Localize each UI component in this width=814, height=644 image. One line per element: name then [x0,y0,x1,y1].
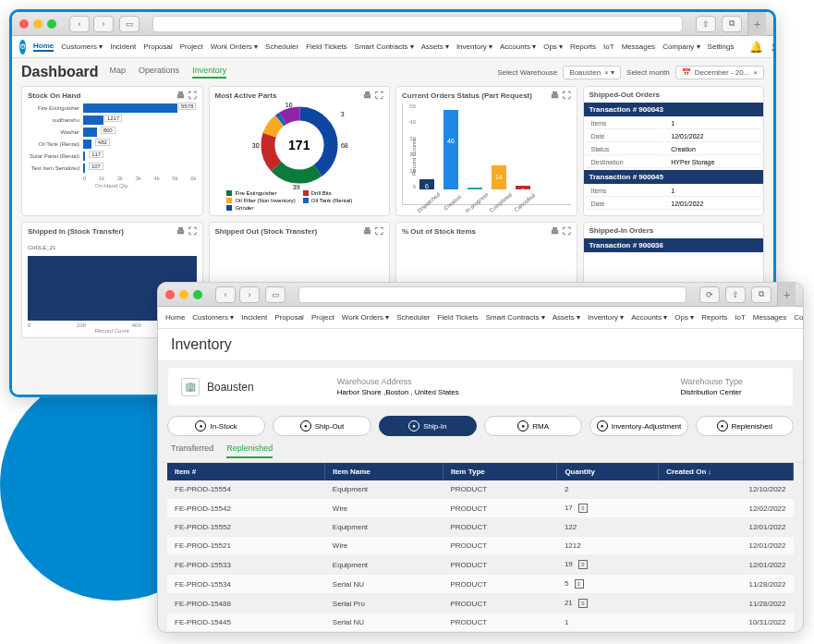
serial-icon[interactable]: ≡ [575,579,584,589]
user-icon[interactable]: 👤 [771,43,776,51]
nav-work-orders[interactable]: Work Orders ▾ [342,313,389,322]
share-icon[interactable]: ⇪ [696,16,716,32]
transaction-header[interactable]: Transaction # 900045 [584,170,764,184]
nav-scheduler[interactable]: Scheduler [396,313,430,322]
expand-icon[interactable]: ⛶ [375,91,383,100]
table-row[interactable]: FE-PROD-15533EquipmentPRODUCT19 ≡12/01/2… [167,555,794,575]
minimize-icon[interactable] [179,290,188,299]
table-row[interactable]: FE-PROD-15521WirePRODUCT1212 12/01/2022 [167,537,794,555]
maximize-icon[interactable] [193,290,202,299]
nav-customers[interactable]: Customers ▾ [61,43,103,51]
col-header[interactable]: Item Name [325,463,443,480]
forward-button[interactable]: › [239,286,260,303]
table-row[interactable]: FE-PROD-15552EquipmentPRODUCT122 12/01/2… [167,518,794,537]
nav-accounts[interactable]: Accounts ▾ [500,43,536,51]
nav-assets[interactable]: Assets ▾ [421,43,449,51]
nav-assets[interactable]: Assets ▾ [553,313,580,322]
transaction-header[interactable]: Transaction # 900043 [584,103,764,116]
export-icon[interactable]: 🖶 [363,226,371,236]
nav-project[interactable]: Project [180,43,203,51]
app-logo-icon[interactable]: ⚙ [19,40,26,55]
export-icon[interactable]: 🖶 [551,226,559,236]
nav-messages[interactable]: Messages [622,43,655,51]
nav-ops[interactable]: Ops ▾ [674,313,694,322]
table-row[interactable]: FE-PROD-15441EquipmentPRODUCT3 10/31/202… [167,632,794,634]
nav-smart-contracts[interactable]: Smart Contracts ▾ [355,43,414,51]
action-replenished[interactable]: ●Replenished [696,416,794,436]
table-row[interactable]: FE-PROD-15542WirePRODUCT17 ≡12/02/2022 [167,499,794,518]
subtab-replenished[interactable]: Replenished [226,444,273,458]
nav-home[interactable]: Home [165,313,185,322]
bell-icon[interactable]: 🔔 [749,41,763,54]
month-select[interactable]: 📅 December - 20... × [675,66,764,79]
nav-iot[interactable]: IoT [603,43,614,51]
nav-accounts[interactable]: Accounts ▾ [631,313,667,322]
back-button[interactable]: ‹ [69,16,90,32]
nav-scheduler[interactable]: Scheduler [265,43,298,51]
expand-icon[interactable]: ⛶ [563,226,571,236]
tab-operations[interactable]: Operations [139,66,179,79]
action-in-stock[interactable]: ●In-Stock [167,416,265,436]
reload-icon[interactable]: ⟳ [699,286,720,303]
nav-company[interactable]: Company ▾ [794,313,804,322]
col-header[interactable]: Item Type [443,463,556,480]
tab-inventory[interactable]: Inventory [192,66,226,79]
transaction-header[interactable]: Transaction # 900036 [584,238,764,252]
nav-field-tickets[interactable]: Field Tickets [437,313,478,322]
forward-button[interactable]: › [93,16,114,32]
nav-home[interactable]: Home [33,42,54,52]
nav-inventory[interactable]: Inventory ▾ [588,313,624,322]
nav-incident[interactable]: Incident [110,43,136,51]
expand-icon[interactable]: ⛶ [188,91,197,100]
nav-work-orders[interactable]: Work Orders ▾ [211,43,258,51]
nav-reports[interactable]: Reports [570,43,596,51]
subtab-transferred[interactable]: Transferred [171,444,213,458]
serial-icon[interactable]: ≡ [578,560,588,569]
col-header[interactable]: Created On↓ [659,463,794,480]
expand-icon[interactable]: ⛶ [375,226,383,236]
nav-incident[interactable]: Incident [241,313,267,322]
serial-icon[interactable]: ≡ [578,599,588,608]
sidebar-icon[interactable]: ▭ [119,16,140,32]
tab-map[interactable]: Map [110,66,127,79]
table-row[interactable]: FE-PROD-15534Serial NUPRODUCT5 ≡11/28/20… [167,575,794,594]
nav-project[interactable]: Project [311,313,334,322]
tabs-icon[interactable]: ⧉ [722,16,742,32]
close-icon[interactable] [19,19,29,29]
nav-ops[interactable]: Ops ▾ [543,43,563,51]
nav-proposal[interactable]: Proposal [274,313,304,322]
table-row[interactable]: FE-PROD-15554EquipmentPRODUCT2 12/10/202… [167,480,794,499]
nav-messages[interactable]: Messages [753,313,786,322]
action-inventory-adjustment[interactable]: ●Inventory-Adjustment [589,416,687,436]
nav-customers[interactable]: Customers ▾ [192,313,234,322]
export-icon[interactable]: 🖶 [363,91,371,100]
export-icon[interactable]: 🖶 [176,91,185,100]
url-bar[interactable] [152,16,683,32]
export-icon[interactable]: 🖶 [176,226,185,236]
sidebar-icon[interactable]: ▭ [265,286,286,303]
action-ship-out[interactable]: ●Ship-Out [273,416,371,436]
warehouse-select[interactable]: Boausten× ▾ [563,66,621,79]
serial-icon[interactable]: ≡ [578,504,588,513]
expand-icon[interactable]: ⛶ [188,226,197,236]
maximize-icon[interactable] [47,19,56,29]
action-rma[interactable]: ●RMA [484,416,582,436]
action-ship-in[interactable]: ●Ship-In [379,416,477,436]
url-bar[interactable] [298,286,686,303]
nav-proposal[interactable]: Proposal [143,43,173,51]
nav-field-tickets[interactable]: Field Tickets [306,43,346,51]
expand-icon[interactable]: ⛶ [563,91,571,100]
table-row[interactable]: FE-PROD-15488Serial ProPRODUCT21 ≡11/28/… [167,594,794,614]
nav-smart-contracts[interactable]: Smart Contracts ▾ [486,313,545,322]
minimize-icon[interactable] [33,19,43,29]
col-header[interactable]: Item # [167,463,325,480]
table-row[interactable]: FE-PROD-15445Serial NUPRODUCT1 10/31/202… [167,614,794,632]
close-icon[interactable] [165,290,175,299]
export-icon[interactable]: 🖶 [551,91,559,100]
nav-company[interactable]: Company ▾ [662,43,699,51]
nav-iot[interactable]: IoT [735,313,746,322]
tabs-icon[interactable]: ⧉ [751,286,771,303]
new-tab-button[interactable]: + [747,12,766,36]
new-tab-button[interactable]: + [777,283,796,307]
nav-inventory[interactable]: Inventory ▾ [456,43,492,51]
